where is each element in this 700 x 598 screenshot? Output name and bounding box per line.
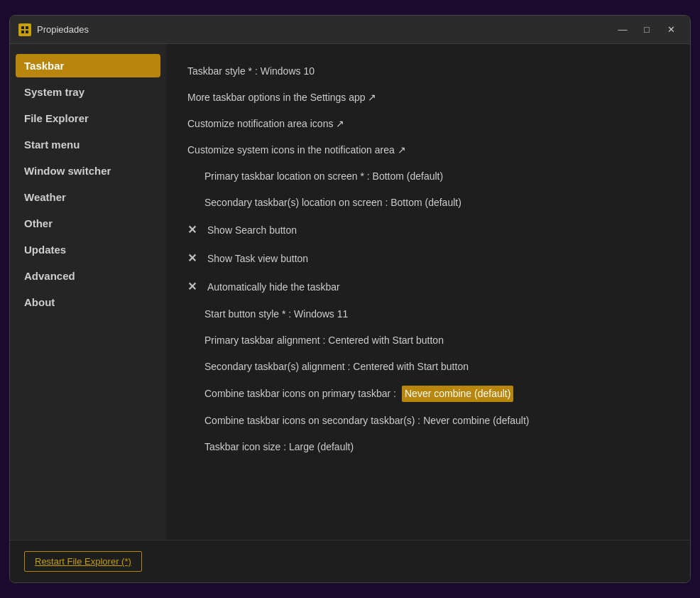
sidebar-item-start-menu[interactable]: Start menu — [10, 131, 166, 158]
svg-rect-1 — [26, 26, 28, 29]
checkbox-icon-show-search[interactable]: ✕ — [187, 222, 202, 239]
maximize-button[interactable]: □ — [636, 21, 657, 38]
setting-row-auto-hide: ✕Automatically hide the taskbar — [187, 273, 669, 301]
setting-row-show-search: ✕Show Search button — [187, 216, 669, 244]
sidebar-item-window-switcher[interactable]: Window switcher — [10, 158, 166, 184]
setting-row-icon-size: Taskbar icon size : Large (default) — [187, 434, 669, 460]
svg-rect-3 — [26, 31, 28, 33]
sidebar-item-updates[interactable]: Updates — [10, 237, 166, 263]
close-button[interactable]: ✕ — [660, 21, 682, 38]
sidebar-item-file-explorer[interactable]: File Explorer — [10, 105, 166, 131]
setting-row-secondary-location: Secondary taskbar(s) location on screen … — [187, 190, 669, 216]
setting-label-auto-hide: Automatically hide the taskbar — [207, 280, 340, 295]
setting-row-show-task-view: ✕Show Task view button — [187, 244, 669, 273]
setting-row-combine-secondary: Combine taskbar icons on secondary taskb… — [187, 408, 669, 434]
titlebar: Propiedades — □ ✕ — [10, 16, 690, 44]
svg-rect-2 — [21, 31, 24, 33]
checkbox-icon-show-task-view[interactable]: ✕ — [187, 250, 202, 267]
window-controls: — □ ✕ — [612, 21, 682, 38]
setting-row-combine-primary: Combine taskbar icons on primary taskbar… — [187, 380, 669, 408]
setting-row-taskbar-style: Taskbar style * : Windows 10 — [187, 58, 669, 85]
main-window: Propiedades — □ ✕ TaskbarSystem trayFile… — [9, 15, 691, 583]
settings-panel: Taskbar style * : Windows 10More taskbar… — [166, 44, 690, 540]
sidebar-item-weather[interactable]: Weather — [10, 184, 166, 210]
setting-row-primary-location: Primary taskbar location on screen * : B… — [187, 163, 669, 190]
setting-row-secondary-alignment: Secondary taskbar(s) alignment : Centere… — [187, 354, 669, 380]
setting-row-customize-system-icons[interactable]: Customize system icons in the notificati… — [187, 137, 669, 163]
sidebar-item-taskbar[interactable]: Taskbar — [16, 54, 160, 77]
sidebar-item-system-tray[interactable]: System tray — [10, 79, 166, 105]
setting-label-show-search: Show Search button — [207, 223, 297, 238]
window-title: Propiedades — [37, 24, 612, 35]
setting-label-show-task-view: Show Task view button — [207, 251, 308, 266]
setting-row-customize-notification[interactable]: Customize notification area icons ↗ — [187, 111, 669, 137]
minimize-button[interactable]: — — [612, 21, 633, 38]
setting-row-more-taskbar-options[interactable]: More taskbar options in the Settings app… — [187, 85, 669, 111]
setting-row-start-button-style: Start button style * : Windows 11 — [187, 301, 669, 327]
svg-rect-0 — [21, 26, 24, 29]
sidebar-item-other[interactable]: Other — [10, 210, 166, 237]
setting-row-primary-alignment: Primary taskbar alignment : Centered wit… — [187, 327, 669, 354]
sidebar: TaskbarSystem trayFile ExplorerStart men… — [10, 44, 166, 540]
app-icon — [18, 23, 31, 36]
main-content: TaskbarSystem trayFile ExplorerStart men… — [10, 44, 690, 540]
sidebar-item-about[interactable]: About — [10, 289, 166, 315]
setting-text-before-combine-primary: Combine taskbar icons on primary taskbar… — [204, 386, 396, 401]
sidebar-item-advanced[interactable]: Advanced — [10, 263, 166, 289]
setting-highlight-combine-primary: Never combine (default) — [402, 386, 513, 402]
restart-file-explorer-button[interactable]: Restart File Explorer (*) — [24, 551, 142, 572]
checkbox-icon-auto-hide[interactable]: ✕ — [187, 278, 202, 295]
bottom-bar: Restart File Explorer (*) — [10, 540, 690, 582]
